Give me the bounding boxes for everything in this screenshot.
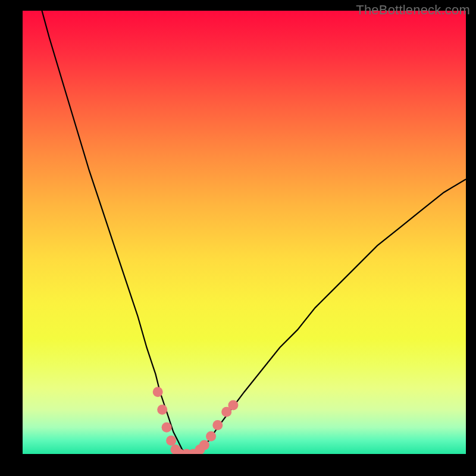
watermark-text: TheBottleneck.com	[356, 2, 470, 18]
data-marker	[162, 422, 172, 433]
data-marker	[157, 405, 167, 415]
data-marker	[166, 436, 176, 446]
data-marker	[153, 387, 163, 397]
data-marker	[228, 400, 238, 411]
data-marker	[206, 431, 216, 441]
bottleneck-curve	[23, 11, 466, 454]
plot-area	[23, 11, 466, 454]
data-markers	[153, 387, 239, 454]
data-marker	[199, 440, 209, 450]
data-marker	[212, 420, 223, 430]
chart-svg	[23, 11, 466, 454]
chart-container: TheBottleneck.com	[0, 0, 476, 476]
